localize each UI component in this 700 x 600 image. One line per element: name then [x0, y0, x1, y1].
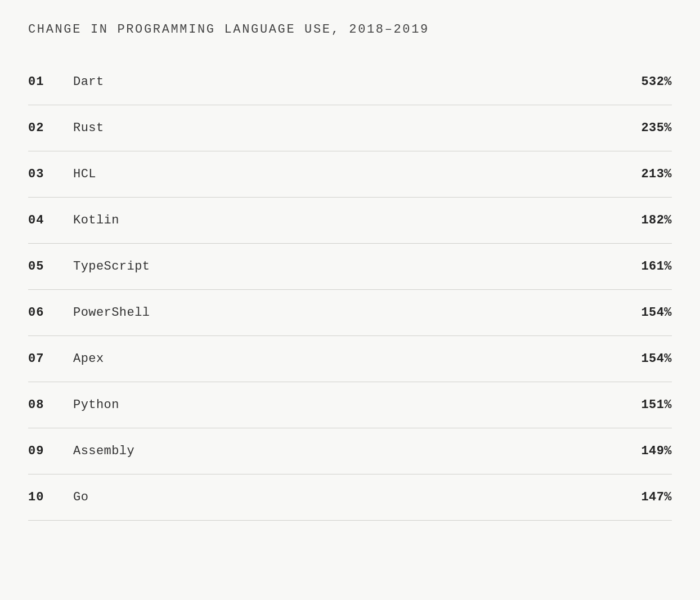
row-rank: 05 [28, 259, 73, 274]
row-value: 161% [641, 259, 672, 274]
table-row: 10Go147% [28, 474, 672, 521]
row-name: TypeScript [73, 259, 641, 274]
table-row: 02Rust235% [28, 105, 672, 151]
row-rank: 10 [28, 490, 73, 504]
row-value: 182% [641, 213, 672, 227]
row-name: Dart [73, 75, 641, 89]
data-list: 01Dart532%02Rust235%03HCL213%04Kotlin182… [28, 59, 672, 521]
table-row: 03HCL213% [28, 151, 672, 198]
row-rank: 02 [28, 121, 73, 135]
table-row: 01Dart532% [28, 59, 672, 105]
row-name: Assembly [73, 444, 641, 458]
row-rank: 07 [28, 352, 73, 366]
row-name: Rust [73, 121, 641, 135]
row-rank: 04 [28, 213, 73, 227]
table-row: 05TypeScript161% [28, 244, 672, 290]
table-row: 04Kotlin182% [28, 198, 672, 244]
row-value: 213% [641, 167, 672, 181]
row-value: 154% [641, 306, 672, 320]
row-value: 149% [641, 444, 672, 458]
table-row: 08Python151% [28, 382, 672, 428]
table-row: 06PowerShell154% [28, 290, 672, 336]
table-row: 09Assembly149% [28, 428, 672, 474]
row-value: 147% [641, 490, 672, 504]
row-name: Kotlin [73, 213, 641, 227]
row-value: 151% [641, 398, 672, 412]
table-row: 07Apex154% [28, 336, 672, 382]
row-name: Go [73, 490, 641, 504]
row-value: 532% [641, 75, 672, 89]
row-rank: 09 [28, 444, 73, 458]
row-name: PowerShell [73, 306, 641, 320]
row-name: Python [73, 398, 641, 412]
row-value: 154% [641, 352, 672, 366]
row-rank: 06 [28, 306, 73, 320]
row-name: Apex [73, 352, 641, 366]
row-name: HCL [73, 167, 641, 181]
row-rank: 01 [28, 75, 73, 89]
row-rank: 08 [28, 398, 73, 412]
row-rank: 03 [28, 167, 73, 181]
chart-title: CHANGE IN PROGRAMMING LANGUAGE USE, 2018… [28, 23, 672, 37]
row-value: 235% [641, 121, 672, 135]
